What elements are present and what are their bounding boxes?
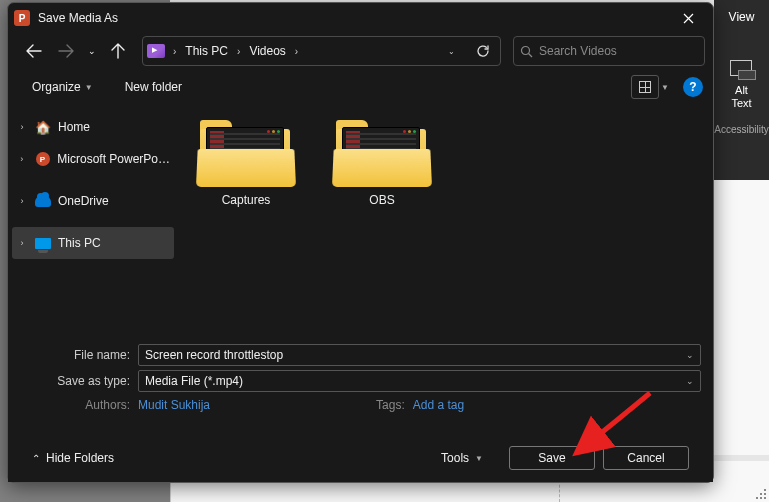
view-options-button[interactable] [631, 75, 659, 99]
view-dropdown[interactable]: ▼ [661, 81, 675, 94]
chevron-up-icon: ⌃ [32, 453, 40, 464]
chevron-right-icon[interactable]: › [233, 46, 244, 57]
back-arrow-icon [26, 44, 42, 58]
chevron-right-icon[interactable]: › [169, 46, 180, 57]
nav-item-thispc[interactable]: › This PC [12, 227, 174, 259]
expand-icon[interactable]: › [16, 154, 28, 164]
close-icon [683, 13, 694, 24]
navigation-pane: › 🏠 Home › Microsoft PowerPoi… › OneDriv… [8, 105, 178, 334]
chevron-down-icon: ▼ [475, 454, 483, 463]
save-button[interactable]: Save [509, 446, 595, 470]
search-icon [520, 45, 533, 58]
toolbar: Organize ▼ New folder ▼ ? [8, 69, 713, 105]
folder-icon [196, 117, 296, 187]
content-pane[interactable]: Captures OBS [178, 105, 713, 334]
forward-arrow-icon [58, 44, 74, 58]
chevron-down-icon: ⌄ [88, 46, 96, 56]
chevron-right-icon[interactable]: › [291, 46, 302, 57]
chevron-down-icon: ⌄ [448, 47, 455, 56]
powerpoint-app-icon: P [14, 10, 30, 26]
folder-captures[interactable]: Captures [196, 117, 296, 207]
folder-icon [332, 117, 432, 187]
ribbon-tab-view[interactable]: View [714, 0, 769, 30]
resize-grip-icon [755, 488, 767, 500]
address-bar[interactable]: › This PC › Videos › ⌄ [142, 36, 501, 66]
powerpoint-icon [34, 151, 52, 167]
search-box[interactable] [513, 36, 705, 66]
search-input[interactable] [539, 44, 698, 58]
savetype-select[interactable]: Media File (*.mp4) ⌄ [138, 370, 701, 392]
videos-folder-icon [145, 40, 167, 62]
up-arrow-icon [111, 43, 125, 59]
forward-button[interactable] [52, 37, 80, 65]
chevron-down-icon: ▼ [85, 83, 93, 92]
svg-point-0 [522, 46, 530, 54]
filename-label: File name: [20, 348, 130, 362]
nav-label: OneDrive [58, 194, 109, 208]
view-grid-icon [639, 81, 651, 93]
refresh-button[interactable] [468, 37, 498, 65]
cancel-button[interactable]: Cancel [603, 446, 689, 470]
nav-item-powerpoint[interactable]: › Microsoft PowerPoi… [12, 143, 174, 175]
refresh-icon [476, 44, 490, 58]
expand-icon[interactable]: › [16, 238, 28, 248]
chevron-down-icon[interactable]: ⌄ [686, 376, 694, 386]
nav-label: Microsoft PowerPoi… [57, 152, 170, 166]
titlebar: P Save Media As [8, 3, 713, 33]
breadcrumb-thispc[interactable]: This PC [182, 42, 231, 60]
save-media-dialog: P Save Media As ⌄ › This PC › Videos › ⌄ [7, 2, 714, 483]
nav-label: This PC [58, 236, 101, 250]
authors-value[interactable]: Mudit Sukhija [138, 398, 210, 412]
nav-item-onedrive[interactable]: › OneDrive [12, 185, 174, 217]
savetype-label: Save as type: [20, 374, 130, 388]
ribbon-group-accessibility: Accessibility [714, 124, 768, 135]
back-button[interactable] [20, 37, 48, 65]
hide-folders-button[interactable]: ⌃ Hide Folders [32, 451, 114, 465]
address-dropdown[interactable]: ⌄ [436, 37, 466, 65]
ribbon-right: View Alt Text Accessibility [714, 0, 769, 180]
folder-label: OBS [369, 193, 394, 207]
tools-button[interactable]: Tools ▼ [433, 447, 491, 469]
onedrive-icon [34, 193, 52, 209]
chevron-down-icon[interactable]: ⌄ [686, 350, 694, 360]
expand-icon[interactable]: › [16, 122, 28, 132]
navigation-row: ⌄ › This PC › Videos › ⌄ [8, 33, 713, 69]
alt-text-icon [730, 60, 754, 80]
authors-label: Authors: [20, 398, 130, 412]
new-folder-button[interactable]: New folder [119, 76, 188, 98]
nav-label: Home [58, 120, 90, 134]
home-icon: 🏠 [34, 119, 52, 135]
alt-text-button[interactable]: Alt Text [731, 84, 751, 110]
breadcrumb-videos[interactable]: Videos [246, 42, 288, 60]
folder-obs[interactable]: OBS [332, 117, 432, 207]
folder-label: Captures [222, 193, 271, 207]
close-button[interactable] [669, 5, 707, 31]
help-button[interactable]: ? [683, 77, 703, 97]
organize-button[interactable]: Organize ▼ [26, 76, 99, 98]
tags-label: Tags: [376, 398, 405, 412]
recent-dropdown[interactable]: ⌄ [84, 37, 100, 65]
dialog-title: Save Media As [38, 11, 669, 25]
thispc-icon [34, 235, 52, 251]
bottom-area: File name: Screen record throttlestop ⌄ … [8, 334, 713, 482]
expand-icon[interactable]: › [16, 196, 28, 206]
nav-item-home[interactable]: › 🏠 Home [12, 111, 174, 143]
up-button[interactable] [104, 37, 132, 65]
tags-value[interactable]: Add a tag [413, 398, 464, 412]
filename-input[interactable]: Screen record throttlestop ⌄ [138, 344, 701, 366]
